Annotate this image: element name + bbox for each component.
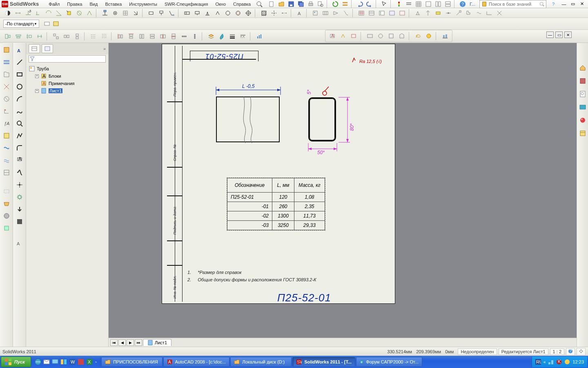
- traffic-icon[interactable]: [394, 0, 403, 9]
- style-btn1-icon[interactable]: [42, 19, 51, 28]
- tb-dim5-icon[interactable]: [54, 9, 63, 18]
- tb-note1-icon[interactable]: [147, 9, 156, 18]
- fmt-chart-icon[interactable]: [255, 32, 264, 41]
- view2-icon[interactable]: [434, 0, 443, 9]
- tb-gtol1-icon[interactable]: [183, 9, 192, 18]
- lt2-arc-icon[interactable]: [14, 94, 25, 104]
- tb-dim3-icon[interactable]: [34, 9, 43, 18]
- tb-ref2-icon[interactable]: [111, 9, 120, 18]
- sheet-nav-last-icon[interactable]: ⏭: [135, 339, 142, 346]
- tb-ref1-icon[interactable]: [100, 9, 109, 18]
- drawing-canvas[interactable]: Перв. примен. Справ. № Подпись и дата Ин…: [109, 43, 577, 347]
- tb-dim7-icon[interactable]: [75, 9, 84, 18]
- menu-swr[interactable]: SWR-Спецификация: [161, 1, 212, 7]
- layers-icon[interactable]: [404, 0, 413, 9]
- grid-icon[interactable]: [414, 0, 423, 9]
- tree-blocks[interactable]: + A Блоки: [29, 72, 106, 80]
- tb-center-icon[interactable]: [270, 9, 278, 18]
- fmt-dash-icon[interactable]: [238, 32, 247, 41]
- start-button[interactable]: Пуск: [1, 357, 31, 367]
- preview-icon[interactable]: [316, 0, 325, 9]
- tb-tbl1-icon[interactable]: [357, 9, 366, 18]
- lt1-6-icon[interactable]: [1, 106, 12, 117]
- al13-icon[interactable]: [148, 32, 157, 41]
- al15-icon[interactable]: [169, 32, 178, 41]
- tb-x2-icon[interactable]: [423, 9, 432, 18]
- lt1-7-icon[interactable]: ƒA: [1, 118, 12, 129]
- view1-icon[interactable]: [424, 0, 433, 9]
- ql-app-icon[interactable]: [77, 358, 85, 366]
- lt2-curve-icon[interactable]: [14, 167, 25, 178]
- sym10-icon[interactable]: [441, 31, 450, 40]
- expander2-icon[interactable]: +: [35, 89, 39, 93]
- tb-x9-icon[interactable]: [495, 9, 504, 18]
- mdi-max-icon[interactable]: ▭: [555, 31, 563, 38]
- tb-cline-icon[interactable]: [280, 9, 289, 18]
- tb-more3-icon[interactable]: [331, 9, 340, 18]
- knowledge-search[interactable]: [479, 0, 546, 8]
- tb-more1-icon[interactable]: [311, 9, 320, 18]
- sheet-nav-next-icon[interactable]: ▶: [127, 339, 134, 346]
- lt1-4-icon[interactable]: [1, 81, 12, 92]
- sym8-icon[interactable]: [414, 31, 423, 40]
- lt2-line-icon[interactable]: [14, 57, 25, 67]
- tb-tbl5-icon[interactable]: [398, 9, 407, 18]
- ql-mail-icon[interactable]: [43, 358, 50, 366]
- tb-x3-icon[interactable]: [434, 9, 443, 18]
- help-icon[interactable]: ?: [458, 0, 467, 9]
- sym6-icon[interactable]: [387, 31, 396, 40]
- menu-file[interactable]: Файл: [45, 1, 63, 7]
- sym1-icon[interactable]: A: [328, 31, 337, 40]
- tb-more2-icon[interactable]: [321, 9, 330, 18]
- fmt-thick-icon[interactable]: [228, 32, 237, 41]
- mdi-min-icon[interactable]: —: [546, 31, 554, 38]
- tray-net-icon[interactable]: [548, 359, 554, 365]
- guide-label[interactable]: Г...: [470, 2, 475, 7]
- saveall-icon[interactable]: [296, 0, 305, 9]
- ql-desktop-icon[interactable]: [51, 358, 59, 366]
- tb-sphere-icon[interactable]: [3, 9, 12, 18]
- ql-expand-icon[interactable]: »: [94, 360, 98, 364]
- tb-x8-icon[interactable]: [485, 9, 494, 18]
- al7-icon[interactable]: [73, 32, 82, 41]
- sheet-nav-prev-icon[interactable]: ◀: [118, 339, 126, 346]
- lt2-text-icon[interactable]: A: [14, 45, 25, 55]
- al10-icon[interactable]: [116, 32, 125, 41]
- tb-dim1-icon[interactable]: [13, 9, 22, 18]
- undo-icon[interactable]: [355, 0, 364, 9]
- al6-icon[interactable]: [62, 32, 71, 41]
- tb-dim4-icon[interactable]: [44, 9, 53, 18]
- ql-ie-icon[interactable]: [34, 358, 42, 366]
- tree-sheet1[interactable]: + Лист1: [29, 87, 106, 94]
- rd-home-icon[interactable]: [577, 63, 588, 73]
- al14-icon[interactable]: [158, 32, 167, 41]
- sym9-icon[interactable]: [424, 31, 433, 40]
- fmt-color-icon[interactable]: [217, 32, 226, 41]
- tb-hatch-icon[interactable]: [259, 9, 268, 18]
- search-input[interactable]: [489, 2, 538, 7]
- sym5-icon[interactable]: [376, 31, 385, 40]
- save-icon[interactable]: [287, 0, 296, 9]
- taskbar-item-4[interactable]: SWSolidWorks 2011 - [Т...: [292, 357, 355, 367]
- taskbar-item-1[interactable]: ПРИСПОСОБЛЕНИЯ: [101, 357, 163, 367]
- open-icon[interactable]: [277, 0, 286, 9]
- lt2-spline-icon[interactable]: [14, 106, 25, 117]
- rd-appear-icon[interactable]: [577, 115, 588, 126]
- tb-gtol2-icon[interactable]: [193, 9, 202, 18]
- lt1-2-icon[interactable]: [1, 57, 12, 67]
- tb-tbl4-icon[interactable]: [388, 9, 396, 18]
- tb-weld-icon[interactable]: [203, 9, 212, 18]
- menu-window[interactable]: Окно: [212, 1, 229, 7]
- menu-view[interactable]: Вид: [87, 1, 101, 7]
- tb-thread-icon[interactable]: [234, 9, 243, 18]
- lt1-11-icon[interactable]: [1, 167, 12, 178]
- help-dropdown-icon[interactable]: ?: [549, 0, 558, 9]
- menu-help[interactable]: Справка: [230, 1, 254, 7]
- sym3-icon[interactable]: [349, 31, 358, 40]
- al16-icon[interactable]: [180, 32, 189, 41]
- lt2-zoom-icon[interactable]: [14, 118, 25, 129]
- rd-prop-icon[interactable]: [577, 128, 588, 139]
- mdi-close-icon[interactable]: ✕: [564, 31, 572, 38]
- lt1-12-icon[interactable]: [1, 186, 12, 197]
- lt2-point-icon[interactable]: [14, 180, 25, 190]
